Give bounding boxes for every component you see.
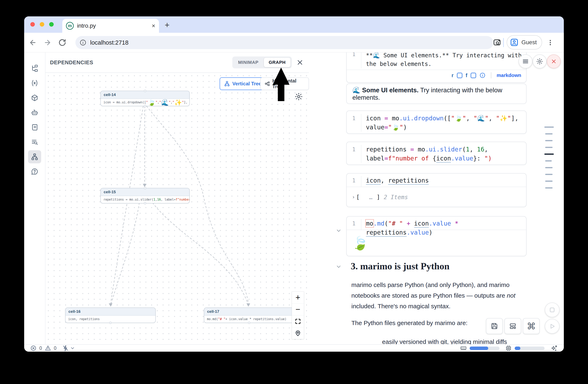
window-close-button[interactable] bbox=[30, 22, 35, 27]
minimap-line[interactable] bbox=[545, 140, 553, 141]
minimap-line[interactable] bbox=[545, 167, 553, 168]
cpu-icon bbox=[505, 345, 512, 351]
ai-sparkle-icon[interactable] bbox=[551, 345, 558, 352]
close-icon bbox=[551, 58, 557, 64]
minimap-line[interactable] bbox=[544, 127, 554, 128]
minimap-line[interactable] bbox=[545, 160, 552, 161]
notebook-settings-button[interactable] bbox=[533, 55, 546, 68]
graph-edges bbox=[45, 73, 309, 344]
language-label[interactable]: markdown bbox=[497, 73, 521, 78]
window-minimize-button[interactable] bbox=[40, 22, 44, 27]
shutdown-button[interactable] bbox=[547, 55, 561, 68]
minimap-line[interactable] bbox=[545, 174, 553, 175]
graph-node-cell-15[interactable]: cell-15 repetitions = mo.ui.slider(1, 16… bbox=[100, 188, 190, 203]
tab-close-icon[interactable]: × bbox=[152, 23, 155, 29]
code-line: repetitions = mo.ui.slider(1, 16, bbox=[366, 145, 492, 154]
info-icon[interactable] bbox=[479, 72, 485, 78]
graph-tab[interactable]: GRAPH bbox=[264, 58, 291, 67]
panel-title: DEPENDENCIES bbox=[50, 59, 232, 66]
sidebar-item-help[interactable] bbox=[28, 165, 41, 178]
address-bar[interactable]: localhost:2718 bbox=[75, 36, 493, 49]
graph-node-cell-14[interactable]: cell-14 icon = mo.ui.dropdown(["🍃", "🌊",… bbox=[100, 91, 190, 106]
sidebar-item-dependencies[interactable] bbox=[28, 150, 41, 163]
section-paragraph-2: The Python files generated by marimo are… bbox=[351, 318, 467, 328]
minimap-tab[interactable]: MINIMAP bbox=[233, 58, 263, 67]
profile-avatar-icon bbox=[510, 38, 519, 47]
layout-toggle-button[interactable] bbox=[504, 318, 521, 334]
minimap-line[interactable] bbox=[545, 133, 553, 134]
robot-icon bbox=[31, 109, 38, 116]
minimap-line[interactable] bbox=[545, 181, 553, 182]
code-cell-dropdown[interactable]: 1 icon = mo.ui.dropdown(["🍃", "🌊", "✨"],… bbox=[346, 111, 526, 134]
reload-icon[interactable] bbox=[58, 38, 67, 47]
search-tabs-icon[interactable] bbox=[493, 38, 502, 47]
new-tab-button[interactable]: + bbox=[165, 21, 169, 29]
errors-icon[interactable] bbox=[30, 345, 37, 351]
error-count: 0 bbox=[39, 346, 42, 351]
sidebar-item-ai-assistant[interactable] bbox=[28, 106, 41, 119]
notebook-menu-button[interactable] bbox=[519, 55, 532, 68]
graph-settings-icon[interactable] bbox=[294, 93, 303, 101]
graph-node-cell-17[interactable]: cell-17 mo.md("# " + icon.value * repeti… bbox=[204, 307, 294, 323]
sidebar-item-snippets[interactable] bbox=[28, 135, 41, 149]
back-icon[interactable] bbox=[28, 38, 37, 47]
ram-usage-bar bbox=[470, 346, 500, 350]
zoom-in-button[interactable]: + bbox=[292, 292, 304, 304]
dependency-graph-canvas[interactable]: Vertical Tree Horizontal Tree cell-14 ic… bbox=[45, 73, 309, 344]
zoom-out-button[interactable]: − bbox=[292, 304, 304, 315]
sidebar-item-logs[interactable] bbox=[28, 121, 41, 134]
sidebar-item-variables[interactable] bbox=[28, 77, 41, 90]
graph-node-cell-16[interactable]: cell-16 icon, repetitions bbox=[65, 307, 156, 323]
forward-icon[interactable] bbox=[43, 38, 52, 47]
fit-view-button[interactable] bbox=[292, 315, 304, 327]
dependencies-panel-header: DEPENDENCIES MINIMAP GRAPH bbox=[45, 52, 309, 73]
app-content: DEPENDENCIES MINIMAP GRAPH bbox=[24, 52, 564, 344]
graph-zoom-controls: + − bbox=[292, 291, 304, 339]
line-number: 1 bbox=[347, 219, 361, 230]
annotation-arrow-head bbox=[273, 68, 290, 85]
sidebar-item-packages[interactable] bbox=[28, 91, 41, 104]
vertical-tree-icon bbox=[224, 81, 230, 87]
save-button[interactable] bbox=[486, 318, 503, 334]
annotation-arrow-stem bbox=[278, 84, 284, 101]
tuple-output[interactable]: › [ … ] 2 Items bbox=[347, 187, 526, 207]
autorun-toggle[interactable] bbox=[62, 345, 75, 351]
horizontal-tree-icon bbox=[265, 81, 270, 87]
minimap-line-active[interactable] bbox=[544, 154, 554, 155]
profile-name: Guest bbox=[521, 39, 537, 46]
code-cell-mo-md[interactable]: 1 mo.md("# " + icon.value * repetitions.… bbox=[346, 216, 526, 256]
profile-button[interactable]: Guest bbox=[507, 35, 542, 50]
node-handle-top bbox=[144, 90, 146, 92]
r-checkbox[interactable] bbox=[457, 73, 462, 78]
minimap-line[interactable] bbox=[545, 147, 553, 148]
stop-button[interactable] bbox=[545, 303, 560, 317]
node-handle-top bbox=[144, 187, 146, 189]
window-zoom-button[interactable] bbox=[49, 22, 54, 27]
command-palette-button[interactable]: ⌘ bbox=[523, 318, 540, 334]
markdown-cell-editor[interactable]: 1 **🌊 Some UI elements.** Try interactin… bbox=[346, 52, 526, 83]
line-number: 1 bbox=[347, 145, 361, 163]
bracket: ] bbox=[377, 194, 380, 201]
lock-viewport-button[interactable] bbox=[292, 327, 304, 339]
node-title: cell-17 bbox=[204, 308, 294, 316]
site-info-icon[interactable] bbox=[80, 39, 86, 46]
paragraph-line: marimo cells parse Python (and only Pyth… bbox=[351, 280, 527, 290]
browser-tab[interactable]: m intro.py × bbox=[62, 19, 159, 33]
run-button[interactable] bbox=[545, 319, 560, 334]
minimap-line[interactable] bbox=[545, 187, 553, 189]
browser-menu-icon[interactable] bbox=[546, 38, 555, 47]
code-cell-tuple[interactable]: 1 icon, repetitions › [ … ] 2 Items bbox=[346, 173, 526, 207]
ram-icon bbox=[460, 345, 467, 351]
f-checkbox[interactable] bbox=[471, 73, 476, 78]
collapse-section-chevron[interactable] bbox=[336, 264, 342, 270]
collapse-output-chevron[interactable] bbox=[336, 228, 342, 234]
sidebar-item-file-explorer[interactable] bbox=[28, 62, 41, 75]
code-cell-slider[interactable]: 1 repetitions = mo.ui.slider(1, 16, labe… bbox=[346, 142, 526, 165]
panel-close-icon[interactable] bbox=[297, 59, 303, 66]
vertical-tree-button[interactable]: Vertical Tree bbox=[220, 77, 266, 90]
chevron-down-icon bbox=[70, 346, 75, 351]
warnings-icon[interactable] bbox=[45, 345, 51, 351]
line-number: 1 bbox=[347, 52, 361, 68]
section-heading: 3. marimo is just Python bbox=[351, 261, 449, 272]
expand-chevron[interactable]: › bbox=[352, 194, 355, 200]
